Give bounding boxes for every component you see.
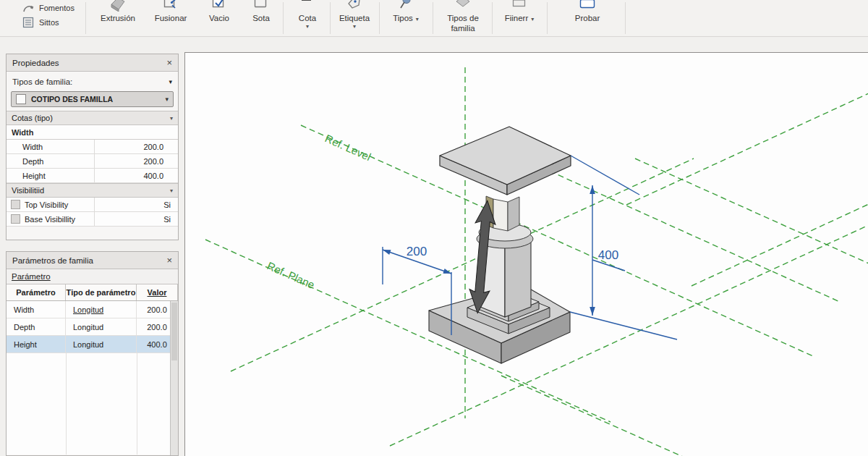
vacio-button[interactable]: Vacio	[198, 0, 240, 36]
param-value[interactable]: 200.0	[95, 143, 178, 151]
load-project-icon	[578, 0, 597, 12]
type-selector-value: COTIPO DES FAMILLA	[31, 95, 160, 104]
param-type: Longitud	[66, 336, 137, 352]
probar-button[interactable]: Probar	[560, 0, 615, 36]
cota-label: Cota	[299, 14, 316, 23]
parametro-subtab[interactable]: Parámetro	[7, 269, 178, 284]
box-outline-icon	[252, 0, 270, 12]
visibility-checkbox[interactable]	[11, 200, 20, 209]
table-row: Base Visibillity Si	[7, 212, 178, 227]
close-icon[interactable]: ×	[166, 256, 172, 265]
hook-pen-icon	[22, 3, 35, 14]
ribbon-separator	[625, 2, 626, 34]
params-scrollbar[interactable]	[170, 301, 178, 455]
ribbon-toolbar: Fomentos Sittos Extrusión	[0, 0, 868, 37]
tipos-dropdown-caret[interactable]: ▾	[416, 16, 419, 22]
param-type: Longitud	[66, 301, 137, 318]
fiinerr-label: Fiinerr▾	[505, 14, 535, 23]
extrusion-label: Extrusión	[101, 14, 135, 23]
column-header[interactable]: Tipo de parámetro	[66, 284, 137, 300]
fiinerr-dropdown-caret[interactable]: ▾	[531, 16, 534, 22]
sittos-label: Sittos	[39, 18, 59, 27]
visibility-checkbox[interactable]	[11, 214, 20, 224]
ribbon-separator	[283, 2, 284, 34]
param-value[interactable]: Si	[95, 215, 178, 224]
type-selector-dropdown[interactable]: COTIPO DES FAMILLA ▾	[11, 91, 174, 107]
pushpin-icon	[397, 0, 414, 12]
table-row[interactable]: Width Longitud 200.0	[7, 301, 178, 318]
model-top-slab	[440, 127, 571, 195]
sittos-button[interactable]: Sittos	[22, 16, 59, 29]
param-value[interactable]: 400.0	[95, 172, 178, 180]
section-cotas-tipo[interactable]: Cotas (tipo) ▾	[7, 111, 178, 125]
ribbon-separator	[492, 2, 493, 34]
family-parameters-panel: Parámetros de familia × Parámetro Paráme…	[6, 251, 179, 456]
type-checkbox[interactable]	[16, 94, 26, 104]
table-row-selected[interactable]: Height Longitud 400.0	[7, 336, 178, 353]
properties-panel-header[interactable]: Propiedades ×	[7, 54, 178, 72]
etiqueta-label: Etiqueta	[339, 14, 370, 23]
ribbon-separator	[433, 2, 433, 34]
fusionar-button[interactable]: Fusionar	[146, 0, 195, 36]
etiqueta-button[interactable]: Etiqueta ▾	[331, 0, 378, 36]
fomentos-label: Fomentos	[39, 4, 75, 12]
table-row[interactable]: Depth Longitud 200.0	[7, 318, 178, 336]
ref-level-label[interactable]: Ref. Level	[323, 132, 373, 163]
param-name: Depth	[7, 154, 95, 168]
cotas-section-label: Cotas (tipo)	[12, 114, 170, 122]
chevron-down-icon[interactable]: ▾	[165, 96, 169, 103]
ribbon-separator	[330, 2, 331, 34]
dimension-400[interactable]	[570, 156, 677, 339]
ribbon-separator	[85, 2, 86, 34]
sota-label: Sota	[252, 14, 270, 23]
viewport-canvas: Ref. Level Ref. Plane	[185, 53, 868, 456]
properties-panel: Propiedades × Tipos de familia: ▾ COTIPO…	[6, 54, 179, 240]
param-name: Width	[7, 140, 95, 153]
family-parameters-header[interactable]: Parámetros de familia ×	[7, 252, 178, 269]
chevron-down-icon: ▾	[170, 187, 173, 194]
column-header[interactable]: Parámetro	[7, 284, 66, 300]
scrollbar-thumb[interactable]	[171, 303, 177, 360]
etiqueta-dropdown-caret[interactable]: ▾	[353, 25, 356, 29]
param-type: Longitud	[66, 318, 137, 335]
reference-grid	[205, 67, 868, 456]
tipos-label: Tipos▾	[393, 14, 419, 23]
probar-label: Probar	[575, 14, 600, 23]
params-empty-rows	[7, 353, 178, 455]
params-table-header: Parámetro Tipo de parámetro Valor	[7, 284, 178, 301]
dimension-200-text[interactable]: 200	[407, 245, 427, 258]
chevron-down-icon: ▾	[170, 115, 173, 122]
fusionar-label: Fusionar	[155, 14, 187, 23]
family-types-label: Tipos de familia:	[12, 77, 169, 86]
param-name: Width	[7, 301, 66, 318]
tipos-de-familia-button[interactable]: Tipos de familia	[435, 0, 490, 36]
chevron-down-icon[interactable]: ▾	[169, 78, 172, 85]
close-icon[interactable]: ×	[166, 58, 172, 67]
param-name: Top Visibility	[25, 200, 68, 209]
ref-plane-label[interactable]: Ref. Plane	[265, 259, 317, 291]
ribbon-separator	[547, 2, 548, 34]
parametro-subtab-label: Parámetro	[12, 272, 51, 281]
ribbon-separator	[379, 2, 380, 34]
cota-button[interactable]: Cota ▾	[286, 0, 328, 36]
column-header[interactable]: Valor	[137, 284, 178, 300]
sota-button[interactable]: Sota	[242, 0, 281, 36]
dimension-400-text[interactable]: 400	[598, 248, 618, 262]
table-row: Width 200.0	[7, 140, 178, 154]
tipos-button[interactable]: Tipos▾	[380, 0, 431, 36]
family-editor-window: Fomentos Sittos Extrusión	[0, 0, 868, 456]
section-visibility[interactable]: Visibilitiid ▾	[7, 183, 178, 198]
vacio-label: Vacio	[209, 14, 229, 23]
fiinerr-button[interactable]: Fiinerr▾	[493, 0, 545, 36]
table-row: Depth 200.0	[7, 154, 178, 169]
family-parameters-title: Parámetros de familia	[12, 256, 166, 265]
dims-group-header: Width	[7, 125, 178, 140]
family-types-row: Tipos de familia: ▾	[7, 72, 178, 91]
param-value[interactable]: 200.0	[95, 157, 178, 166]
param-value[interactable]: Si	[95, 200, 178, 209]
fomentos-button[interactable]: Fomentos	[22, 1, 75, 14]
extrusion-button[interactable]: Extrusión	[91, 0, 145, 36]
param-name: Height	[7, 169, 95, 182]
cota-dropdown-caret[interactable]: ▾	[306, 25, 309, 29]
drawing-viewport[interactable]: Ref. Level Ref. Plane	[184, 52, 868, 456]
